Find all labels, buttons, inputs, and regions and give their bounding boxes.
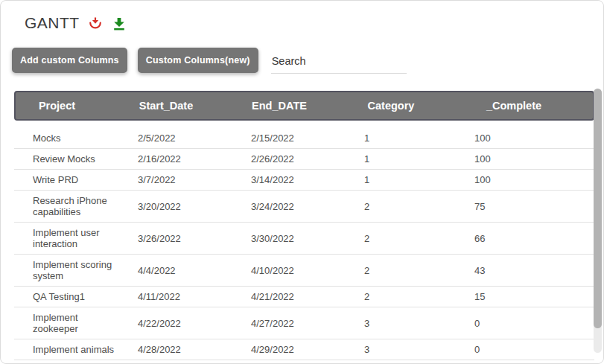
page-title: GANTT xyxy=(25,14,80,32)
table-scrollbar-track[interactable] xyxy=(594,89,602,353)
cell-category: 1 xyxy=(346,132,456,144)
cell-complete: 100 xyxy=(456,153,594,165)
table-row: Write PRD3/7/20223/14/20221100 xyxy=(14,170,594,191)
column-header-complete[interactable]: _Complete xyxy=(457,100,593,112)
toolbar: Add custom Columns Custom Columns(new) xyxy=(12,48,603,74)
cell-project: Implement animals xyxy=(14,344,119,355)
cell-start-date: 2/16/2022 xyxy=(119,153,232,165)
gantt-table: Project Start_Date End_DATE Category _Co… xyxy=(14,91,594,360)
cell-category: 2 xyxy=(346,265,456,276)
cell-start-date: 2/5/2022 xyxy=(119,132,232,144)
title-row: GANTT xyxy=(1,1,603,32)
cell-start-date: 3/26/2022 xyxy=(119,233,232,244)
cell-complete: 100 xyxy=(456,174,594,185)
cell-end-date: 2/15/2022 xyxy=(232,132,346,144)
table-row: QA Testing14/11/20224/21/2022215 xyxy=(14,287,594,307)
cell-project: QA Testing1 xyxy=(14,291,119,302)
cell-end-date: 4/21/2022 xyxy=(232,291,346,302)
cell-complete: 100 xyxy=(456,132,594,144)
gantt-card: GANTT Add custom Columns Custom Columns(… xyxy=(0,0,604,364)
cell-category: 3 xyxy=(346,344,456,355)
cell-project: Mocks xyxy=(14,132,119,144)
table-row: Implement scoring system4/4/20224/10/202… xyxy=(14,255,594,287)
cell-start-date: 4/11/2022 xyxy=(119,291,232,302)
cell-start-date: 3/7/2022 xyxy=(119,174,232,185)
column-header-end-date[interactable]: End_DATE xyxy=(234,100,347,112)
cell-start-date: 4/4/2022 xyxy=(119,265,232,276)
column-header-category[interactable]: Category xyxy=(347,100,457,112)
table-row: Review Mocks2/16/20222/26/20221100 xyxy=(14,149,594,170)
cell-start-date: 3/20/2022 xyxy=(119,201,232,212)
cell-end-date: 3/30/2022 xyxy=(232,233,346,244)
cell-end-date: 3/24/2022 xyxy=(232,201,346,212)
add-custom-columns-button[interactable]: Add custom Columns xyxy=(12,48,127,73)
column-header-project[interactable]: Project xyxy=(16,100,121,112)
cell-complete: 0 xyxy=(456,318,594,329)
cell-complete: 66 xyxy=(456,233,594,244)
download-green-icon[interactable] xyxy=(111,16,127,32)
table-scrollbar-thumb[interactable] xyxy=(594,89,602,328)
cell-project: Implement scoring system xyxy=(14,259,119,281)
cell-category: 2 xyxy=(346,201,456,212)
table-header-row: Project Start_Date End_DATE Category _Co… xyxy=(14,91,594,121)
cell-complete: 43 xyxy=(456,265,594,276)
cell-project: Implement zookeeper xyxy=(14,312,119,334)
table-row: Mocks2/5/20222/15/20221100 xyxy=(14,121,594,149)
cell-category: 2 xyxy=(346,291,456,302)
cell-start-date: 4/28/2022 xyxy=(119,344,232,355)
table-body: Mocks2/5/20222/15/20221100Review Mocks2/… xyxy=(14,121,594,360)
table-row: Research iPhone capabilities3/20/20223/2… xyxy=(14,191,594,223)
cell-complete: 75 xyxy=(456,201,594,212)
cell-project: Implement user interaction xyxy=(14,227,119,249)
download-red-icon[interactable] xyxy=(87,16,104,32)
search-input[interactable] xyxy=(271,51,407,74)
table-row: Implement user interaction3/26/20223/30/… xyxy=(14,223,594,255)
cell-complete: 15 xyxy=(456,291,594,302)
cell-complete: 0 xyxy=(456,344,594,355)
cell-end-date: 3/14/2022 xyxy=(232,174,346,185)
custom-columns-new-button[interactable]: Custom Columns(new) xyxy=(138,48,258,73)
cell-project: Research iPhone capabilities xyxy=(14,195,119,217)
column-header-start-date[interactable]: Start_Date xyxy=(121,100,234,112)
cell-end-date: 4/29/2022 xyxy=(232,344,346,355)
cell-end-date: 2/26/2022 xyxy=(232,153,346,165)
cell-category: 2 xyxy=(346,233,456,244)
table-row: Implement animals4/28/20224/29/202230 xyxy=(14,339,594,360)
cell-end-date: 4/10/2022 xyxy=(232,265,346,276)
cell-end-date: 4/27/2022 xyxy=(232,318,346,329)
table-row: Implement zookeeper4/22/20224/27/202230 xyxy=(14,307,594,339)
cell-project: Review Mocks xyxy=(14,153,119,165)
cell-category: 1 xyxy=(346,174,456,185)
cell-project: Write PRD xyxy=(14,174,119,185)
cell-start-date: 4/22/2022 xyxy=(119,318,232,329)
cell-category: 3 xyxy=(346,318,456,329)
cell-category: 1 xyxy=(346,153,456,165)
